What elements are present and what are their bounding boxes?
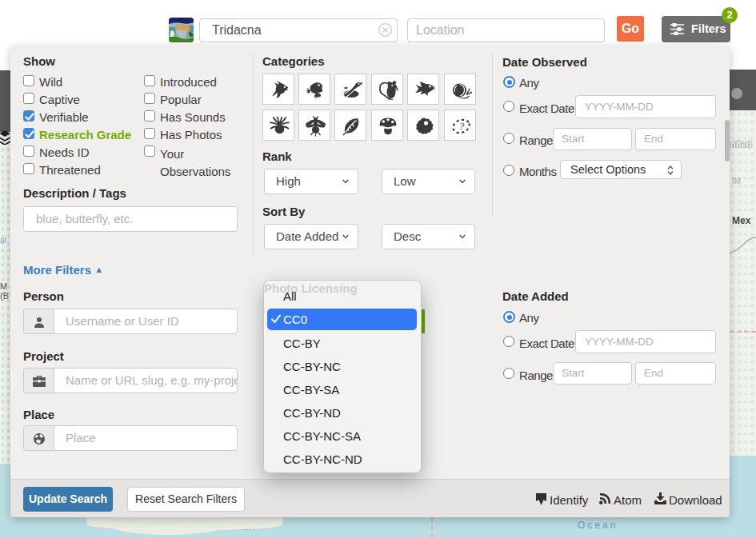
svg-text:?: ? [459,120,465,132]
